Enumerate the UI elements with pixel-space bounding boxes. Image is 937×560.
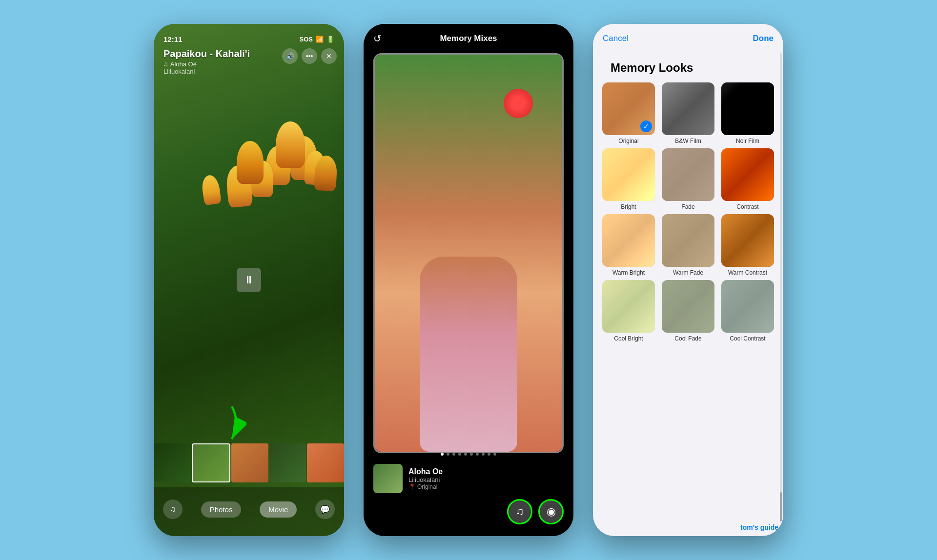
look-item-bw-film[interactable]: B&W Film bbox=[660, 82, 716, 144]
look-thumb-fade[interactable] bbox=[662, 148, 714, 201]
scrollbar-thumb[interactable] bbox=[780, 492, 782, 521]
play-pause-button[interactable]: ⏸ bbox=[237, 268, 261, 292]
scrollbar[interactable] bbox=[780, 53, 782, 521]
volume-button[interactable]: 🔊 bbox=[282, 48, 298, 64]
photo-strip bbox=[154, 443, 344, 482]
music-artist: Liliuokalani bbox=[408, 476, 564, 483]
dot-6[interactable] bbox=[470, 453, 473, 456]
look-item-cool-bright[interactable]: Cool Bright bbox=[601, 280, 656, 342]
photos-button[interactable]: Photos bbox=[201, 501, 242, 518]
music-info-row: Aloha Oe Liliuokalani 📍 Original bbox=[364, 458, 573, 499]
look-label-fade: Fade bbox=[681, 203, 694, 210]
look-thumb-cool-contrast[interactable] bbox=[721, 280, 774, 333]
selected-checkmark: ✓ bbox=[640, 120, 652, 132]
looks-action-button[interactable]: ◉ bbox=[538, 499, 564, 524]
look-thumb-contrast[interactable] bbox=[721, 148, 774, 201]
green-arrow bbox=[217, 404, 246, 443]
status-bar: 12:11 SOS 📶 🔋 bbox=[154, 24, 344, 48]
dot-4[interactable] bbox=[458, 453, 461, 456]
sos-indicator: SOS bbox=[300, 36, 313, 43]
music-text: Aloha Oe Liliuokalani 📍 Original bbox=[408, 467, 564, 490]
look-label-warm-fade: Warm Fade bbox=[673, 269, 703, 276]
music-title: Aloha Oe bbox=[408, 467, 564, 476]
dot-7[interactable] bbox=[476, 453, 479, 456]
flower-decoration bbox=[504, 89, 533, 118]
look-item-fade[interactable]: Fade bbox=[660, 148, 716, 210]
strip-thumb[interactable] bbox=[154, 443, 191, 482]
look-label-cool-contrast: Cool Contrast bbox=[730, 335, 765, 342]
look-item-cool-fade[interactable]: Cool Fade bbox=[660, 280, 716, 342]
dot-8[interactable] bbox=[482, 453, 485, 456]
look-thumb-cool-bright[interactable] bbox=[602, 280, 655, 333]
dot-9[interactable] bbox=[488, 453, 490, 456]
look-label-contrast: Contrast bbox=[736, 203, 758, 210]
look-label-bw-film: B&W Film bbox=[675, 138, 701, 144]
strip-thumb-selected[interactable] bbox=[192, 443, 231, 482]
status-time: 12:11 bbox=[163, 35, 182, 43]
look-item-warm-contrast[interactable]: Warm Contrast bbox=[720, 214, 775, 276]
chat-button[interactable]: 💬 bbox=[315, 500, 335, 519]
strip-thumb[interactable] bbox=[269, 443, 306, 482]
look-item-bright[interactable]: Bright bbox=[601, 148, 656, 210]
done-button[interactable]: Done bbox=[753, 34, 774, 43]
memory-mixes-header: ↺ Memory Mixes bbox=[364, 24, 573, 53]
dot-5[interactable] bbox=[464, 453, 467, 456]
movie-button[interactable]: Movie bbox=[260, 501, 297, 518]
look-thumb-warm-fade[interactable] bbox=[662, 214, 714, 267]
dot-2[interactable] bbox=[447, 453, 449, 456]
top-controls: 🔊 ••• ✕ bbox=[282, 48, 337, 64]
memory-photo bbox=[373, 53, 564, 453]
dot-3[interactable] bbox=[452, 453, 455, 456]
looks-scroll-area[interactable]: Memory Looks ✓ Original B&W Film bbox=[593, 53, 783, 536]
look-thumb-bright[interactable] bbox=[602, 148, 655, 201]
look-thumb-warm-bright[interactable] bbox=[602, 214, 655, 267]
look-item-contrast[interactable]: Contrast bbox=[720, 148, 775, 210]
music-note-icon: ♫ bbox=[163, 60, 168, 68]
strip-thumb[interactable] bbox=[231, 443, 268, 482]
look-thumb-bw-film[interactable] bbox=[662, 82, 714, 135]
look-thumb-warm-contrast[interactable] bbox=[721, 214, 774, 267]
wifi-icon: 📶 bbox=[316, 36, 324, 43]
look-label-warm-contrast: Warm Contrast bbox=[728, 269, 767, 276]
more-button[interactable]: ••• bbox=[302, 48, 317, 64]
close-button[interactable]: ✕ bbox=[321, 48, 337, 64]
photo-dots bbox=[364, 453, 573, 456]
look-thumb-noir-film[interactable] bbox=[721, 82, 774, 135]
music-action-button[interactable]: ♫ bbox=[507, 499, 532, 524]
cancel-button[interactable]: Cancel bbox=[603, 34, 629, 43]
memory-looks-header: Cancel Done bbox=[593, 24, 783, 53]
song-artist: Liliuokalani bbox=[163, 68, 250, 75]
look-item-cool-contrast[interactable]: Cool Contrast bbox=[720, 280, 775, 342]
memory-mixes-title: Memory Mixes bbox=[440, 34, 497, 43]
song-info: Papaikou - Kahali'i ♫ Aloha Oē Liliuokal… bbox=[163, 48, 250, 75]
look-item-noir-film[interactable]: Noir Film bbox=[720, 82, 775, 144]
music-location: 📍 Original bbox=[408, 483, 564, 490]
music-button[interactable]: ♫ bbox=[163, 500, 183, 519]
look-item-warm-bright[interactable]: Warm Bright bbox=[601, 214, 656, 276]
back-button[interactable]: ↺ bbox=[373, 33, 382, 44]
look-thumb-original[interactable]: ✓ bbox=[602, 82, 655, 135]
look-label-warm-bright: Warm Bright bbox=[612, 269, 645, 276]
look-label-original: Original bbox=[618, 138, 638, 144]
song-title: Papaikou - Kahali'i bbox=[163, 48, 250, 60]
panel-slideshow: 12:11 SOS 📶 🔋 Papaikou - Kahali'i ♫ Aloh… bbox=[154, 24, 344, 536]
look-item-original[interactable]: ✓ Original bbox=[601, 82, 656, 144]
panel-memory-looks: Cancel Done Memory Looks ✓ Original B&W … bbox=[593, 24, 783, 536]
page-title: Memory Looks bbox=[601, 53, 775, 79]
look-label-noir-film: Noir Film bbox=[736, 138, 759, 144]
look-item-warm-fade[interactable]: Warm Fade bbox=[660, 214, 716, 276]
song-label1: Aloha Oē bbox=[170, 60, 197, 68]
bottom-toolbar: ♫ Photos Movie 💬 bbox=[154, 487, 344, 536]
look-label-bright: Bright bbox=[621, 203, 636, 210]
strip-thumb[interactable] bbox=[307, 443, 344, 482]
look-label-cool-bright: Cool Bright bbox=[614, 335, 643, 342]
looks-grid: ✓ Original B&W Film Noir Film bbox=[601, 82, 775, 342]
dot-10[interactable] bbox=[493, 453, 496, 456]
look-label-cool-fade: Cool Fade bbox=[674, 335, 701, 342]
battery-icon: 🔋 bbox=[326, 36, 334, 43]
music-thumbnail bbox=[373, 464, 403, 493]
location-pin-icon: 📍 bbox=[408, 483, 416, 490]
dot-1[interactable] bbox=[441, 453, 444, 456]
panel-memory-mixes: ↺ Memory Mixes Aloha Oe Liliuokalani bbox=[364, 24, 573, 536]
look-thumb-cool-fade[interactable] bbox=[662, 280, 714, 333]
